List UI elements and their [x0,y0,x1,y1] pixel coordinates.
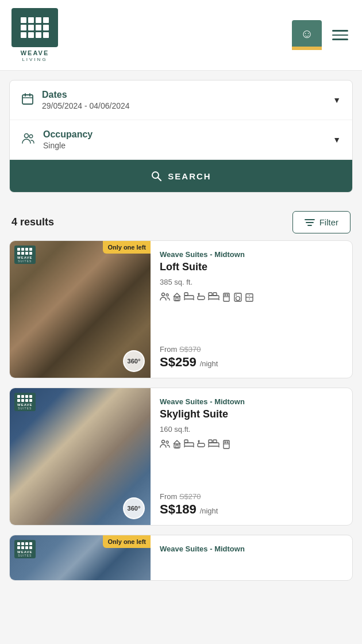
card-image: weave suites 360° [10,388,151,525]
amenity-bath-icon [197,292,206,305]
logo-cell [43,17,49,23]
filter-icon [305,218,315,227]
dates-value: 29/05/2024 - 04/06/2024 [42,101,325,110]
amenity-bed-icon [184,439,194,452]
svg-point-4 [25,133,29,137]
svg-rect-16 [184,293,188,296]
amenity-bath-icon [197,439,206,452]
profile-button[interactable]: ☺ [292,20,322,50]
logo-cell [21,32,26,38]
svg-rect-19 [198,296,205,300]
svg-rect-49 [209,443,219,446]
svg-rect-23 [209,293,212,296]
svg-rect-24 [213,293,217,296]
current-price: S$259 [160,355,197,370]
listing-card[interactable]: weave suites Only one left 360° Weave Su… [9,240,353,378]
amenity-kitchen-icon [222,439,231,452]
occupancy-content: Occupancy Single [43,129,325,150]
logo: weave LIVING [11,8,58,62]
search-panel: Dates 29/05/2024 - 04/06/2024 ▼ Occupanc… [9,80,353,193]
svg-point-5 [29,135,33,138]
occupancy-value: Single [43,141,325,150]
vr-button[interactable]: 360° [123,497,145,519]
logo-cell [28,17,34,23]
occupancy-label: Occupancy [43,129,325,140]
logo-cell [43,25,49,30]
per-night-label: /night [200,359,218,368]
dates-row[interactable]: Dates 29/05/2024 - 04/06/2024 ▼ [10,80,352,120]
listing-card[interactable]: weave suites 360° Weave Suites - Midtown… [9,388,353,526]
logo-arc [16,43,48,47]
amenity-bed-icon [184,292,194,305]
svg-point-12 [166,294,168,296]
card-info: Weave Suites - Midtown Loft Suite 385 sq… [151,241,352,378]
occupancy-row[interactable]: Occupancy Single ▼ [10,120,352,160]
svg-rect-42 [184,443,194,446]
amenity-storage-icon [245,292,254,305]
svg-point-29 [225,294,226,296]
svg-rect-0 [22,95,33,104]
listing-title: Skylight Suite [160,408,343,420]
svg-rect-22 [209,296,219,299]
price-row: S$189 /night [160,502,343,517]
amenity-house-icon [172,439,182,452]
amenity-laundry-icon [233,292,242,305]
search-button[interactable]: SEARCH [10,160,352,192]
filter-button[interactable]: Filter [292,211,351,233]
brand-sub: LIVING [22,57,47,62]
logo-cell [28,25,34,30]
logo-cell [43,32,49,38]
amenities-row [160,292,343,305]
brand-name: weave [21,49,49,56]
svg-rect-40 [174,444,180,448]
price-from-label: From S$370 [160,345,343,354]
menu-line [332,30,348,32]
card-logo-grid-mini [17,542,33,549]
original-price: S$370 [179,345,201,354]
card-image: weave suites Only one left [10,535,151,581]
current-price: S$189 [160,502,197,517]
amenity-people-icon [160,292,170,305]
listing-title: Loft Suite [160,261,343,273]
price-row: S$259 /night [160,355,343,370]
card-logo-grid-mini [17,248,33,255]
search-button-label: SEARCH [168,171,211,181]
logo-cell [28,32,34,38]
menu-line [332,39,348,40]
svg-point-39 [166,441,168,443]
original-price: S$270 [179,492,201,501]
logo-grid [16,13,53,43]
card-image: weave suites Only one left 360° [10,241,151,378]
card-info: Weave Suites - Midtown Skylight Suite 16… [151,388,352,525]
results-count: 4 results [11,216,54,228]
amenities-row [160,439,343,452]
svg-point-38 [162,440,165,443]
dates-chevron-icon: ▼ [333,95,341,105]
dates-label: Dates [42,90,325,100]
logo-cell [21,25,26,30]
results-header: 4 results Filter [0,202,362,240]
svg-rect-51 [213,440,217,443]
app-header: weave LIVING ☺ [0,0,362,71]
availability-badge: Only one left [103,535,151,548]
dates-content: Dates 29/05/2024 - 04/06/2024 [42,90,325,110]
header-actions: ☺ [292,20,351,50]
listing-brand: Weave Suites - Midtown [160,397,343,406]
card-info: Weave Suites - Midtown [151,535,352,580]
listing-card[interactable]: weave suites Only one left Weave Suites … [9,535,353,581]
listing-brand: Weave Suites - Midtown [160,545,343,553]
svg-point-56 [225,442,226,443]
logo-cell [36,25,41,30]
logo-cell [36,17,41,23]
price-from-label: From S$270 [160,492,343,501]
logo-cell [36,32,41,38]
svg-line-7 [158,178,161,181]
menu-button[interactable] [330,28,351,43]
availability-badge: Only one left [103,241,151,254]
card-logo-overlay: weave suites [14,393,36,411]
vr-button[interactable]: 360° [123,350,145,372]
svg-rect-13 [174,297,180,301]
menu-line [332,34,348,36]
logo-cell [21,17,26,23]
svg-rect-14 [176,298,178,301]
